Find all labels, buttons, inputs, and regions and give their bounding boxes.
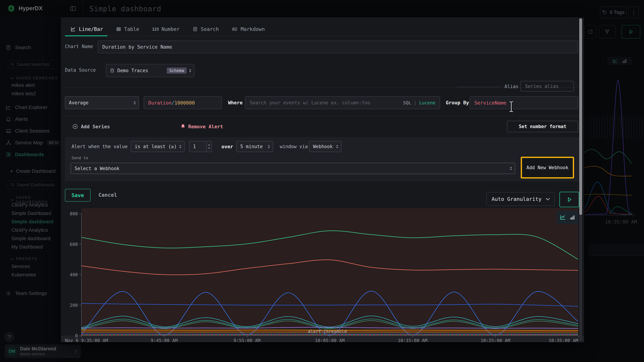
chart-name-input[interactable]: Duration by Service Name [98, 40, 578, 53]
data-source-value: Demo Traces [117, 68, 148, 73]
where-search-input[interactable]: Search your events w/ Lucene ex. column:… [245, 96, 440, 109]
add-series-label: Add Series [81, 124, 110, 129]
data-source-select[interactable]: Demo Traces Schema [106, 64, 194, 77]
alert-via-label: window via [280, 141, 308, 152]
select-chevrons-icon [189, 69, 191, 72]
group-by-value: ServiceName [474, 100, 506, 106]
series-alias-placeholder: Series alias [525, 84, 559, 89]
granularity-select[interactable]: Auto Granularity [486, 192, 554, 206]
select-chevrons-icon [336, 145, 338, 148]
field-token: 1000000 [174, 100, 195, 106]
select-chevrons-icon [268, 145, 270, 148]
remove-alert-label: Remove Alert [188, 124, 223, 129]
add-series-button[interactable]: Add Series [72, 121, 110, 132]
svg-text:10:35:00 AM: 10:35:00 AM [548, 338, 578, 342]
granularity-value: Auto Granularity [492, 196, 542, 202]
language-toggle[interactable]: SQL | Lucene [403, 100, 436, 105]
divider [64, 87, 581, 88]
alert-threshold-value: 1 [193, 144, 196, 149]
alert-over-label: over [222, 141, 233, 152]
field-expression-input[interactable]: Duration/1000000 [144, 96, 222, 109]
svg-text:800: 800 [70, 211, 78, 216]
svg-text:10:05:00 AM: 10:05:00 AM [315, 338, 345, 342]
select-chevrons-icon [510, 167, 512, 170]
add-new-webhook-button[interactable]: Add New Webhook [521, 157, 574, 179]
field-token: / [172, 100, 174, 106]
webhook-placeholder: Select a Webhook [74, 166, 119, 171]
set-number-format-button[interactable]: Set number format [507, 121, 578, 132]
chart-name-label: Chart Name [65, 44, 93, 49]
where-search-placeholder: Search your events w/ Lucene ex. column:… [250, 100, 370, 105]
alert-condition-value: is at least (≥) [135, 144, 177, 149]
scrollbar-thumb[interactable] [579, 18, 582, 215]
timeseries-chart: 0200400600800Nov 6 9:35:00 AM9:45:00 AM9… [61, 208, 584, 342]
svg-text:9:55:00 AM: 9:55:00 AM [234, 338, 260, 342]
svg-text:10:25:00 AM: 10:25:00 AM [480, 338, 510, 342]
text-cursor-icon [508, 101, 514, 112]
where-label: Where [228, 100, 242, 105]
alert-channel-select[interactable]: Webhook [309, 141, 342, 152]
active-tab-underline [65, 35, 108, 36]
tab-line-bar[interactable]: Line/Bar [70, 26, 103, 32]
save-label: Save [72, 192, 84, 198]
chart-name-value: Duration by Service Name [102, 44, 172, 50]
bar-chart-icon [570, 214, 575, 220]
bell-icon [180, 124, 186, 129]
alert-window-select[interactable]: 5 minute [236, 141, 273, 152]
series-alias-input[interactable]: Series alias [520, 81, 574, 91]
aggregation-value: Average [69, 100, 88, 105]
tab-search[interactable]: Search [192, 26, 219, 32]
chart-type-toggle[interactable] [556, 211, 578, 224]
chevron-down-icon [546, 196, 550, 200]
chart-editor-modal: Line/BarTable123NumberSearchMarkdown Cha… [61, 17, 584, 342]
line-chart-icon [560, 214, 566, 220]
play-icon [566, 196, 572, 203]
preview-run-button[interactable] [560, 192, 579, 207]
svg-text:200: 200 [70, 303, 78, 308]
add-new-webhook-label: Add New Webhook [526, 165, 568, 170]
chart-area: 0200400600800Nov 6 9:35:00 AM9:45:00 AM9… [61, 208, 584, 342]
cancel-label: Cancel [98, 192, 117, 198]
lang-lucene[interactable]: Lucene [419, 100, 436, 105]
tab-markdown[interactable]: Markdown [232, 26, 265, 32]
schema-badge: Schema [167, 68, 186, 74]
send-to-label: Send to [72, 156, 88, 160]
select-chevrons-icon [134, 101, 136, 105]
svg-text:0: 0 [75, 333, 78, 338]
save-button[interactable]: Save [65, 189, 90, 201]
field-token: Duration [148, 100, 172, 106]
set-number-format-label: Set number format [519, 124, 566, 129]
alert-channel-value: Webhook [313, 144, 333, 149]
group-by-input[interactable]: ServiceName [470, 96, 578, 109]
alert-threshold-label: Alert Threshold [308, 329, 347, 334]
alert-threshold-input[interactable]: 1 [189, 141, 212, 152]
number-stepper[interactable] [206, 141, 212, 152]
chart-type-tabs: Line/BarTable123NumberSearchMarkdown [61, 22, 584, 36]
tab-number[interactable]: 123Number [152, 26, 180, 32]
alias-label: Alias [504, 84, 518, 89]
series-connector-line [457, 87, 501, 87]
webhook-select[interactable]: Select a Webhook [71, 163, 515, 174]
tab-table[interactable]: Table [116, 26, 139, 32]
alert-condition-select[interactable]: is at least (≥) [131, 141, 184, 152]
remove-alert-button[interactable]: Remove Alert [180, 121, 223, 132]
aggregation-select[interactable]: Average [65, 96, 139, 109]
group-by-label: Group By [446, 100, 469, 105]
alert-prefix-label: Alert when the value [72, 141, 128, 152]
svg-text:400: 400 [70, 272, 78, 277]
cancel-button[interactable]: Cancel [98, 189, 117, 201]
alert-config-panel: Alert when the value is at least (≥) 1 o… [65, 137, 580, 181]
divider [64, 116, 581, 116]
database-icon [110, 68, 114, 73]
alert-window-value: 5 minute [240, 144, 262, 149]
modal-scrollbar[interactable] [579, 18, 582, 341]
svg-text:600: 600 [70, 242, 78, 247]
svg-text:Nov 6 9:35:00 AM: Nov 6 9:35:00 AM [65, 338, 108, 342]
svg-text:9:45:00 AM: 9:45:00 AM [151, 338, 178, 342]
plus-circle-icon [72, 124, 78, 129]
data-source-label: Data Source [65, 67, 96, 73]
svg-text:10:15:00 AM: 10:15:00 AM [398, 338, 428, 342]
lang-sql[interactable]: SQL [403, 100, 411, 105]
select-chevrons-icon [179, 145, 182, 148]
